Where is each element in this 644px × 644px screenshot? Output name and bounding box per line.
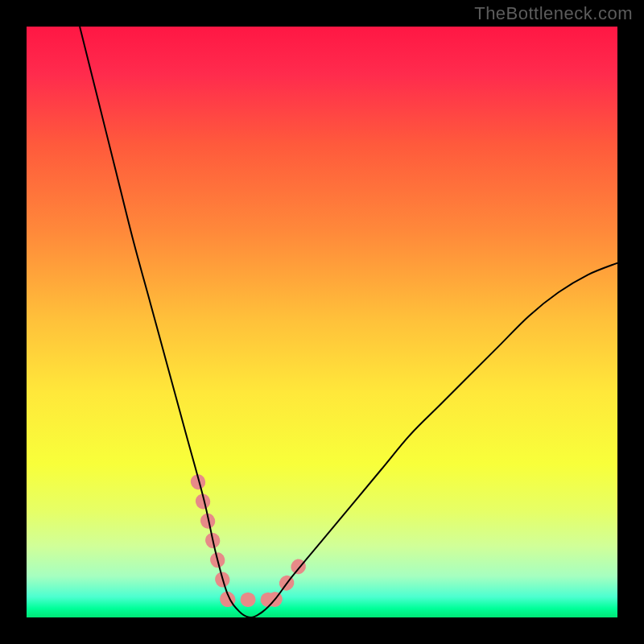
- chart-frame: TheBottleneck.com: [0, 0, 644, 644]
- watermark-text: TheBottleneck.com: [474, 3, 633, 24]
- curve-layer: [27, 27, 617, 617]
- plot-area: [27, 27, 617, 617]
- bottleneck-curve: [80, 27, 617, 617]
